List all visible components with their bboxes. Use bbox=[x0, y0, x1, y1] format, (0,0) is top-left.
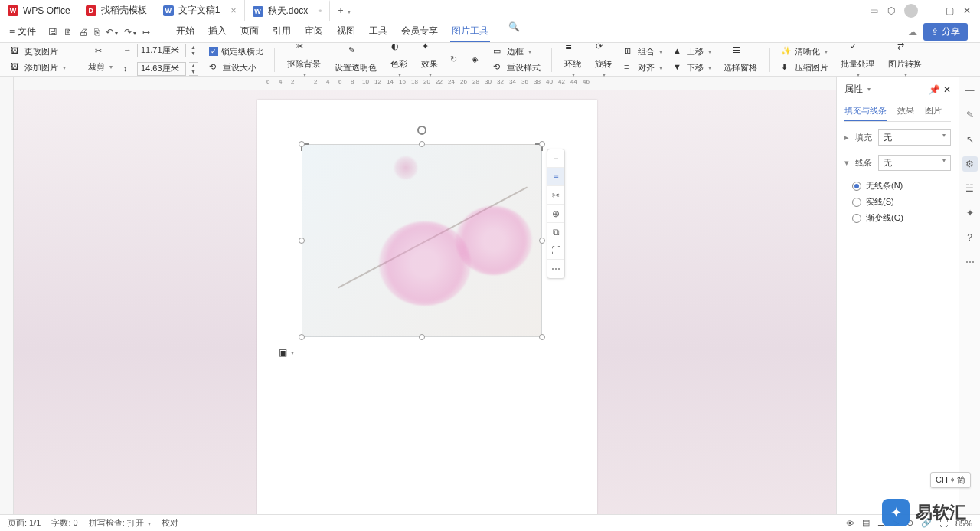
crop-icon[interactable]: ✂ bbox=[547, 186, 564, 205]
radio-gradient[interactable]: 渐变线(G) bbox=[852, 212, 951, 224]
more-icon[interactable]: ⋯ bbox=[547, 260, 564, 278]
add-image-button[interactable]: 🖼添加图片▾ bbox=[8, 61, 69, 75]
tab-insert[interactable]: 插入 bbox=[207, 21, 228, 42]
cube-icon[interactable]: ⬡ bbox=[887, 5, 895, 16]
settings-icon[interactable]: ⚙ bbox=[962, 156, 978, 172]
fill-select[interactable]: 无▾ bbox=[878, 129, 951, 146]
tab-effect[interactable]: 效果 bbox=[897, 102, 914, 121]
proof-status[interactable]: 校对 bbox=[162, 517, 178, 529]
export-icon[interactable]: ⎘ bbox=[94, 27, 100, 38]
print-preview-icon[interactable]: 🗎 bbox=[64, 27, 73, 38]
resize-handle[interactable] bbox=[539, 334, 545, 340]
group-button[interactable]: ⊞组合▾ bbox=[621, 44, 665, 59]
tab-view[interactable]: 视图 bbox=[335, 21, 357, 42]
maximize-icon[interactable]: ▢ bbox=[946, 5, 954, 16]
tab-autumn-docx[interactable]: W 秋天.docx • bbox=[245, 0, 331, 21]
border-button[interactable]: ▭边框▾ bbox=[490, 44, 544, 59]
help-icon[interactable]: ? bbox=[962, 230, 978, 245]
tab-member[interactable]: 会员专享 bbox=[400, 21, 439, 42]
resize-handle[interactable] bbox=[419, 141, 425, 147]
zoom-icon[interactable]: ⊕ bbox=[547, 205, 564, 223]
tile-icon[interactable]: ▭ bbox=[870, 5, 878, 16]
close-icon[interactable]: ✕ bbox=[963, 5, 971, 16]
copy-icon[interactable]: ⧉ bbox=[547, 223, 564, 241]
avatar-icon[interactable] bbox=[904, 4, 918, 18]
radio-no-line[interactable]: 无线条(N) bbox=[852, 180, 951, 192]
wrap-button[interactable]: ≣环绕▾ bbox=[560, 41, 586, 78]
shadow-icon[interactable]: ◈ bbox=[469, 53, 485, 67]
rotation-handle[interactable] bbox=[417, 126, 426, 135]
resize-handle[interactable] bbox=[419, 334, 425, 340]
reset-size-button[interactable]: ⟲重设大小 bbox=[206, 61, 266, 75]
layers-icon[interactable]: ☱ bbox=[962, 181, 978, 196]
word-count[interactable]: 字数: 0 bbox=[51, 517, 77, 529]
redo-icon[interactable]: ↷▾ bbox=[124, 27, 136, 38]
close-icon[interactable]: × bbox=[230, 5, 236, 16]
resize-handle[interactable] bbox=[299, 238, 305, 244]
collapse-icon[interactable]: − bbox=[547, 149, 564, 168]
cloud-icon[interactable]: ☁ bbox=[908, 27, 917, 38]
eye-icon[interactable]: 👁 bbox=[846, 519, 854, 528]
selection-pane-button[interactable]: ☰选择窗格 bbox=[719, 45, 762, 74]
collapse-icon[interactable]: — bbox=[962, 83, 978, 98]
resize-handle[interactable] bbox=[539, 238, 545, 244]
lock-ratio-checkbox[interactable]: ✓锁定纵横比 bbox=[206, 44, 266, 59]
undo-icon[interactable]: ↶▾ bbox=[106, 27, 118, 38]
clarity-button[interactable]: ✨清晰化▾ bbox=[778, 44, 831, 59]
resize-handle[interactable] bbox=[299, 141, 305, 147]
share-button[interactable]: ⇪ 分享 bbox=[923, 23, 968, 41]
height-spinner[interactable]: ▲▼ bbox=[189, 62, 198, 76]
layout-icon[interactable]: ≡ bbox=[547, 168, 564, 186]
rotate-left-icon[interactable]: ↻ bbox=[447, 53, 464, 67]
ime-indicator[interactable]: CH ⌖ 简 bbox=[930, 472, 971, 488]
magic-icon[interactable]: ✦ bbox=[962, 205, 978, 221]
tab-fill-line[interactable]: 填充与线条 bbox=[844, 102, 887, 121]
reset-style-button[interactable]: ⟲重设样式 bbox=[490, 61, 544, 75]
tab-picture[interactable]: 图片 bbox=[925, 102, 942, 121]
horizontal-ruler[interactable]: 6 4 2 2 4 6 8 10 12 14 16 18 20 22 24 26… bbox=[14, 77, 836, 90]
select-icon[interactable]: ↖ bbox=[962, 132, 978, 147]
rotate-button[interactable]: ⟳旋转▾ bbox=[590, 41, 616, 78]
tab-review[interactable]: 审阅 bbox=[303, 21, 325, 42]
close-icon[interactable]: ✕ bbox=[943, 84, 951, 95]
height-input[interactable]: 14.63厘米 bbox=[137, 62, 186, 76]
more-icon[interactable]: ⋯ bbox=[962, 254, 978, 270]
page-view-icon[interactable]: ▤ bbox=[862, 518, 870, 528]
new-tab-button[interactable]: + ▾ bbox=[330, 5, 358, 16]
align-button[interactable]: ≡对齐▾ bbox=[621, 61, 665, 75]
resize-handle[interactable] bbox=[299, 334, 305, 340]
print-icon[interactable]: 🖨 bbox=[79, 27, 88, 38]
tab-reference[interactable]: 引用 bbox=[271, 21, 292, 42]
tab-picture-tools[interactable]: 图片工具 bbox=[450, 21, 490, 42]
compress-button[interactable]: ⬇压缩图片 bbox=[778, 61, 831, 75]
search-icon[interactable]: 🔍 bbox=[508, 21, 520, 42]
tab-start[interactable]: 开始 bbox=[175, 21, 196, 42]
move-down-button[interactable]: ▼下移▾ bbox=[670, 61, 714, 75]
anchor-icon[interactable]: ▣▾ bbox=[279, 347, 294, 358]
line-select[interactable]: 无▾ bbox=[878, 155, 951, 171]
spellcheck-status[interactable]: 拼写检查: 打开 ▾ bbox=[89, 517, 151, 529]
color-button[interactable]: ◐色彩▾ bbox=[386, 41, 412, 78]
save-icon[interactable]: 🖫 bbox=[48, 27, 57, 38]
crop-button[interactable]: ✂ bbox=[85, 44, 116, 58]
move-up-button[interactable]: ▲上移▾ bbox=[670, 44, 714, 59]
change-image-button[interactable]: 🖼更改图片 bbox=[8, 44, 69, 59]
transparent-color-button[interactable]: ✎设置透明色 bbox=[330, 45, 381, 74]
remove-bg-button[interactable]: ✂抠除背景▾ bbox=[283, 41, 325, 78]
resize-handle[interactable] bbox=[539, 141, 545, 147]
pin-icon[interactable]: 📌 bbox=[929, 84, 940, 95]
effect-button[interactable]: ✦效果▾ bbox=[416, 41, 443, 78]
tab-templates[interactable]: D 找稻壳模板 bbox=[78, 0, 155, 21]
crop-label[interactable]: 裁剪▾ bbox=[85, 60, 116, 74]
convert-button[interactable]: ⇄图片转换▾ bbox=[884, 41, 926, 78]
selected-image[interactable] bbox=[302, 144, 542, 337]
tab-page[interactable]: 页面 bbox=[239, 21, 260, 42]
vertical-ruler[interactable] bbox=[0, 77, 14, 531]
width-input[interactable]: 11.71厘米 bbox=[137, 44, 186, 57]
tab-tools[interactable]: 工具 bbox=[368, 21, 389, 42]
document-area[interactable]: 6 4 2 2 4 6 8 10 12 14 16 18 20 22 24 26… bbox=[14, 77, 836, 531]
close-icon[interactable]: • bbox=[318, 6, 322, 17]
minimize-icon[interactable]: — bbox=[927, 5, 936, 16]
batch-button[interactable]: ✓批量处理▾ bbox=[836, 41, 879, 78]
width-spinner[interactable]: ▲▼ bbox=[189, 44, 198, 57]
